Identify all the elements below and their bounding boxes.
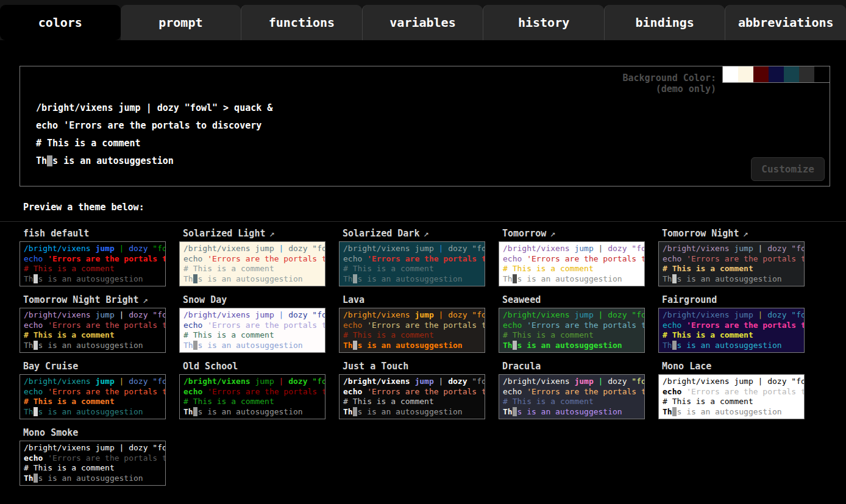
background-swatch-4[interactable] — [784, 66, 799, 82]
segment-quote: "fowl" > quack & — [152, 377, 166, 386]
segment-echo: echo — [663, 387, 681, 396]
segment-error: 'Errors are the portals to discovery — [686, 254, 805, 263]
segment-echo: echo — [503, 254, 522, 263]
segment-dozy: dozy — [767, 377, 786, 386]
theme-preview-fish-default[interactable]: /bright/vixens jump | dozy "fowl" > quac… — [20, 241, 166, 286]
terminal-line: echo 'Errors are the portals to discover… — [24, 321, 165, 331]
background-swatch-0[interactable] — [723, 66, 738, 82]
theme-preview-solarized-dark[interactable]: /bright/vixens jump | dozy "fowl" > quac… — [339, 241, 485, 286]
external-link-icon[interactable]: ↗ — [550, 228, 555, 239]
tab-history[interactable]: history — [483, 5, 604, 40]
segment-quote: "fowl" > quack & — [312, 310, 325, 319]
theme-preview-tomorrow-night[interactable]: /bright/vixens jump | dozy "fowl" > quac… — [658, 241, 805, 286]
terminal-line: # This is a comment — [183, 397, 325, 407]
tab-bindings[interactable]: bindings — [604, 5, 725, 40]
theme-preview-old-school[interactable]: /bright/vixens jump | dozy "fowl" > quac… — [179, 374, 325, 419]
segment-quote: "fowl" > quack & — [791, 310, 805, 319]
tab-variables[interactable]: variables — [362, 5, 483, 40]
terminal-line: /bright/vixens jump | dozy "fowl" > quac… — [24, 443, 165, 453]
theme-preview-mono-lace[interactable]: /bright/vixens jump | dozy "fowl" > quac… — [658, 374, 805, 419]
segment-echo: echo — [343, 321, 362, 330]
segment-path: /bright/vixens — [343, 310, 410, 319]
segment-echo: echo — [24, 321, 43, 330]
terminal-line: # This is a comment — [503, 397, 644, 407]
segment-autosuggest: s is an autosuggestion — [197, 341, 302, 350]
theme-preview-solarized-light[interactable]: /bright/vixens jump | dozy "fowl" > quac… — [179, 241, 325, 286]
external-link-icon[interactable]: ↗ — [269, 228, 274, 239]
segment-path: /bright/vixens — [503, 310, 570, 319]
terminal-line: echo 'Errors are the portals to discover… — [503, 254, 644, 264]
terminal-line: echo 'Errors are the portals to discover… — [24, 453, 165, 464]
customize-button[interactable]: Customize — [751, 157, 825, 181]
segment-error: 'Errors are the portals to discovery — [367, 387, 485, 396]
segment-plain — [594, 377, 599, 386]
theme-preview-tomorrow[interactable]: /bright/vixens jump | dozy "fowl" > quac… — [499, 241, 645, 286]
segment-echo: echo — [503, 387, 522, 396]
terminal-line: echo 'Errors are the portals to discover… — [663, 321, 804, 331]
terminal-line: echo 'Errors are the portals to discover… — [663, 254, 804, 264]
external-link-icon[interactable]: ↗ — [423, 228, 428, 239]
terminal-line: /bright/vixens jump | dozy "fowl" > quac… — [663, 377, 804, 387]
segment-autosuggest_start: Th — [663, 274, 672, 283]
tab-colors[interactable]: colors — [0, 5, 121, 40]
theme-title: Lava — [343, 294, 485, 305]
segment-plain — [43, 321, 48, 330]
theme-preview-lava[interactable]: /bright/vixens jump | dozy "fowl" > quac… — [339, 308, 485, 353]
segment-plain — [202, 321, 207, 330]
theme-preview-dracula[interactable]: /bright/vixens jump | dozy "fowl" > quac… — [499, 374, 645, 419]
tab-prompt[interactable]: prompt — [121, 5, 241, 40]
segment-dozy: dozy — [157, 102, 179, 113]
segment-pipe: | — [146, 102, 152, 113]
tab-abbreviations[interactable]: abbreviations — [725, 5, 846, 40]
cursor-block: i — [47, 155, 52, 166]
segment-plain — [115, 377, 119, 386]
terminal-line: echo 'Errors are the portals to discover… — [343, 254, 485, 264]
segment-autosuggest_start: Th — [503, 407, 513, 416]
theme-preview-tomorrow-night-bright[interactable]: /bright/vixens jump | dozy "fowl" > quac… — [20, 308, 166, 353]
terminal-line: echo 'Errors are the portals to discover… — [183, 254, 325, 264]
background-swatch-1[interactable] — [738, 66, 753, 82]
segment-plain — [362, 254, 367, 263]
segment-error: 'Errors are the portals to discovery — [367, 254, 485, 263]
terminal-line: /bright/vixens jump | dozy "fowl" > quac… — [183, 244, 325, 254]
theme-preview-snow-day[interactable]: /bright/vixens jump | dozy "fowl" > quac… — [179, 308, 325, 353]
terminal-line: /bright/vixens jump | dozy "fowl" > quac… — [343, 310, 485, 321]
segment-autosuggest: s is an autosuggestion — [517, 407, 622, 416]
segment-quote: "fowl" > quack & — [631, 244, 645, 253]
background-swatch-2[interactable] — [753, 66, 769, 82]
theme-title: Solarized Light↗ — [183, 228, 325, 239]
segment-quote: "fowl" > quack & — [472, 244, 485, 253]
terminal-line: /bright/vixens jump | dozy "fowl" > quac… — [36, 99, 272, 117]
terminal-line: /bright/vixens jump | dozy "fowl" > quac… — [343, 377, 485, 387]
theme-preview-seaweed[interactable]: /bright/vixens jump | dozy "fowl" > quac… — [499, 308, 645, 353]
segment-comment: # This is a comment — [503, 330, 594, 339]
theme-name: Tomorrow Night — [662, 228, 739, 239]
theme-preview-mono-smoke[interactable]: /bright/vixens jump | dozy "fowl" > quac… — [20, 441, 166, 486]
theme-card-solarized-light: Solarized Light↗/bright/vixens jump | do… — [179, 228, 325, 286]
background-swatch-5[interactable] — [799, 66, 814, 82]
theme-preview-just-a-touch[interactable]: /bright/vixens jump | dozy "fowl" > quac… — [339, 374, 485, 419]
background-swatch-6[interactable] — [814, 66, 830, 82]
background-color-label-line1: Background Color: — [622, 73, 716, 83]
segment-autosuggest: s is an autosuggestion — [677, 341, 781, 350]
tab-functions[interactable]: functions — [241, 5, 362, 40]
theme-name: Lava — [343, 294, 364, 305]
segment-jump: jump — [734, 377, 753, 386]
segment-jump: jump — [95, 244, 114, 253]
terminal-line: # This is a comment — [343, 397, 485, 407]
theme-preview-fairground[interactable]: /bright/vixens jump | dozy "fowl" > quac… — [658, 308, 805, 353]
background-swatch-3[interactable] — [769, 66, 784, 82]
segment-autosuggest_start: Th — [24, 341, 34, 350]
theme-name: Solarized Light — [183, 228, 265, 239]
segment-autosuggest: s is an autosuggestion — [38, 341, 143, 350]
external-link-icon[interactable]: ↗ — [143, 294, 148, 305]
terminal-line: /bright/vixens jump | dozy "fowl" > quac… — [503, 244, 644, 254]
segment-autosuggest: s is an autosuggestion — [357, 341, 462, 350]
themes-heading-row: Preview a theme below: — [0, 186, 846, 222]
terminal-line: echo 'Errors are the portals to discover… — [343, 321, 485, 331]
external-link-icon[interactable]: ↗ — [742, 228, 748, 239]
segment-plain — [274, 310, 279, 319]
theme-preview-bay-cruise[interactable]: /bright/vixens jump | dozy "fowl" > quac… — [20, 374, 166, 419]
segment-plain — [522, 387, 527, 396]
terminal-line: This is an autosuggestion — [343, 407, 485, 417]
